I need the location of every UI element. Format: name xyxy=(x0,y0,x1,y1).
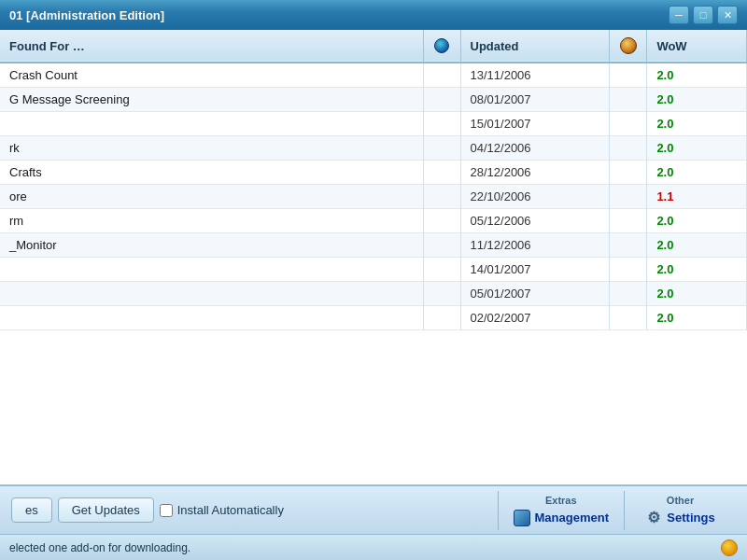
cell-wow-version: 2.0 xyxy=(647,88,747,112)
titlebar-controls: ─ □ ✕ xyxy=(669,6,738,24)
cell-name: _Monitor xyxy=(0,233,423,258)
cell-wow-icon xyxy=(610,185,647,209)
wow-header-icon xyxy=(620,37,637,54)
main-container: Found For … Updated WoW xyxy=(0,30,747,560)
cell-wow-icon xyxy=(610,161,647,185)
cell-name: Crafts xyxy=(0,161,423,185)
cell-wow-icon xyxy=(610,136,647,161)
cell-wow-version: 2.0 xyxy=(647,63,747,88)
titlebar: 01 [Administration Edition] ─ □ ✕ xyxy=(0,0,747,30)
cell-globe xyxy=(423,209,460,233)
install-auto-checkbox[interactable] xyxy=(160,504,173,517)
maximize-button[interactable]: □ xyxy=(693,6,713,24)
addon-table-wrapper: Found For … Updated WoW xyxy=(0,30,747,485)
title-text: 01 [Administration Edition] xyxy=(9,8,164,22)
management-icon xyxy=(514,510,530,526)
addon-table: Found For … Updated WoW xyxy=(0,30,747,330)
cell-globe xyxy=(423,161,460,185)
cell-wow-version: 1.1 xyxy=(647,185,747,209)
cell-wow-version: 2.0 xyxy=(647,136,747,161)
cell-globe xyxy=(423,258,460,282)
table-row[interactable]: G Message Screening08/01/20072.0 xyxy=(0,88,747,112)
table-row[interactable]: _Monitor11/12/20062.0 xyxy=(0,233,747,258)
status-icon xyxy=(721,539,738,556)
cell-globe xyxy=(423,63,460,88)
cell-wow-version: 2.0 xyxy=(647,112,747,136)
cell-wow-icon xyxy=(610,306,647,330)
other-label: Other xyxy=(667,495,694,506)
col-header-wow-icon xyxy=(610,30,647,63)
cell-wow-version: 2.0 xyxy=(647,282,747,306)
management-button[interactable]: Management xyxy=(514,510,609,526)
cell-name xyxy=(0,112,423,136)
cell-name xyxy=(0,258,423,282)
cell-updated: 05/12/2006 xyxy=(460,209,610,233)
cell-name xyxy=(0,306,423,330)
cell-globe xyxy=(423,112,460,136)
cell-updated: 05/01/2007 xyxy=(460,282,610,306)
cell-globe xyxy=(423,88,460,112)
cell-wow-version: 2.0 xyxy=(647,258,747,282)
table-row[interactable]: ore22/10/20061.1 xyxy=(0,185,747,209)
cell-globe xyxy=(423,282,460,306)
statusbar: elected one add-on for downloading. xyxy=(0,534,747,560)
minimize-button[interactable]: ─ xyxy=(669,6,689,24)
table-row[interactable]: rm05/12/20062.0 xyxy=(0,209,747,233)
cell-updated: 04/12/2006 xyxy=(460,136,610,161)
cell-updated: 08/01/2007 xyxy=(460,88,610,112)
col-header-updated[interactable]: Updated xyxy=(460,30,610,63)
table-row[interactable]: 15/01/20072.0 xyxy=(0,112,747,136)
cell-wow-version: 2.0 xyxy=(647,161,747,185)
get-updates-button[interactable]: Get Updates xyxy=(58,497,154,523)
cell-name: rm xyxy=(0,209,423,233)
table-row[interactable]: Crafts28/12/20062.0 xyxy=(0,161,747,185)
install-auto-label[interactable]: Install Automatically xyxy=(160,503,284,517)
table-row[interactable]: 02/02/20072.0 xyxy=(0,306,747,330)
cell-name: rk xyxy=(0,136,423,161)
cell-wow-icon xyxy=(610,63,647,88)
cell-wow-icon xyxy=(610,88,647,112)
status-message: elected one add-on for downloading. xyxy=(9,541,190,554)
cell-globe xyxy=(423,136,460,161)
cell-wow-version: 2.0 xyxy=(647,209,747,233)
cell-updated: 02/02/2007 xyxy=(460,306,610,330)
cell-wow-icon xyxy=(610,112,647,136)
cell-updated: 11/12/2006 xyxy=(460,233,610,258)
cell-name: Crash Count xyxy=(0,63,423,88)
cell-updated: 22/10/2006 xyxy=(460,185,610,209)
col-header-wow[interactable]: WoW xyxy=(647,30,747,63)
table-row[interactable]: 05/01/20072.0 xyxy=(0,282,747,306)
cell-wow-icon xyxy=(610,282,647,306)
col-header-globe xyxy=(423,30,460,63)
settings-icon: ⚙ xyxy=(645,510,662,526)
extras-label: Extras xyxy=(545,495,577,506)
close-button[interactable]: ✕ xyxy=(717,6,738,24)
toolbar-other-section: Other ⚙ Settings xyxy=(624,491,736,530)
cell-globe xyxy=(423,185,460,209)
cell-updated: 13/11/2006 xyxy=(460,63,610,88)
cell-wow-version: 2.0 xyxy=(647,306,747,330)
table-body: Crash Count13/11/20062.0G Message Screen… xyxy=(0,63,747,330)
cell-name: ore xyxy=(0,185,423,209)
cell-name: G Message Screening xyxy=(0,88,423,112)
toolbar-extras-section: Extras Management xyxy=(498,491,624,530)
cell-updated: 15/01/2007 xyxy=(460,112,610,136)
toolbar: es Get Updates Install Automatically Ext… xyxy=(0,485,747,534)
cell-updated: 28/12/2006 xyxy=(460,161,610,185)
cell-globe xyxy=(423,306,460,330)
cell-name xyxy=(0,282,423,306)
updates-button[interactable]: es xyxy=(11,497,52,523)
cell-wow-icon xyxy=(610,258,647,282)
toolbar-left: es Get Updates Install Automatically xyxy=(11,497,498,523)
table-header-row: Found For … Updated WoW xyxy=(0,30,747,63)
cell-updated: 14/01/2007 xyxy=(460,258,610,282)
col-header-name[interactable]: Found For … xyxy=(0,30,423,63)
table-row[interactable]: 14/01/20072.0 xyxy=(0,258,747,282)
cell-globe xyxy=(423,233,460,258)
settings-button[interactable]: ⚙ Settings xyxy=(645,510,714,526)
cell-wow-icon xyxy=(610,233,647,258)
globe-header-icon xyxy=(434,38,449,53)
table-row[interactable]: Crash Count13/11/20062.0 xyxy=(0,63,747,88)
cell-wow-version: 2.0 xyxy=(647,233,747,258)
table-row[interactable]: rk04/12/20062.0 xyxy=(0,136,747,161)
